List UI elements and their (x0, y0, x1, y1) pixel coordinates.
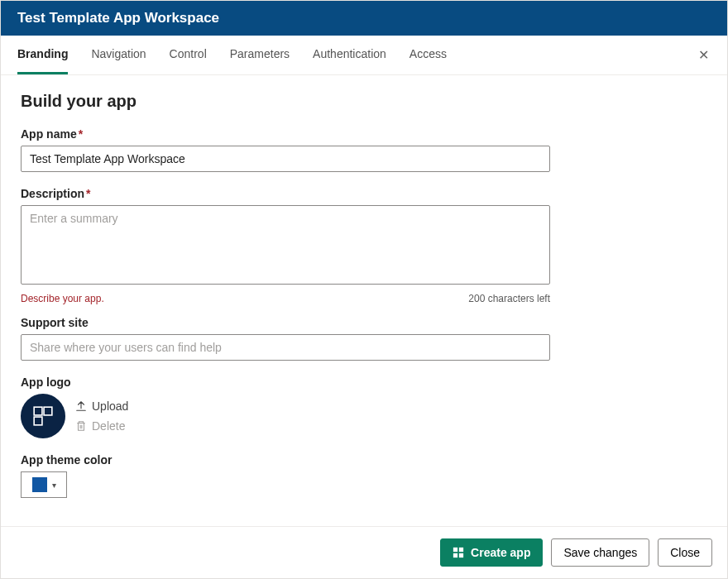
svg-rect-1 (44, 407, 52, 415)
upload-label: Upload (92, 400, 128, 413)
required-asterisk: * (86, 187, 90, 200)
tabs-row: Branding Navigation Control Parameters A… (1, 36, 727, 75)
dialog-footer: Create app Save changes Close (1, 526, 727, 578)
close-label: Close (670, 546, 700, 559)
svg-rect-6 (459, 553, 463, 557)
description-label: Description* (21, 187, 707, 200)
upload-logo-button[interactable]: Upload (75, 400, 128, 413)
theme-color-picker[interactable]: ▾ (21, 471, 67, 498)
app-logo-label: App logo (21, 376, 707, 389)
support-site-input[interactable] (21, 334, 550, 361)
create-app-label: Create app (471, 546, 530, 559)
theme-color-label: App theme color (21, 453, 707, 467)
create-app-button[interactable]: Create app (440, 538, 543, 567)
dialog-header: Test Template App Workspace (1, 1, 727, 36)
tab-navigation[interactable]: Navigation (91, 36, 146, 74)
save-changes-button[interactable]: Save changes (551, 538, 649, 567)
upload-icon (75, 400, 87, 412)
tab-branding[interactable]: Branding (17, 36, 68, 74)
support-site-label: Support site (21, 316, 707, 329)
description-error: Describe your app. (21, 293, 104, 304)
description-hints: Describe your app. 200 characters left (21, 293, 550, 304)
svg-rect-5 (453, 553, 457, 557)
app-name-label: App name* (21, 127, 707, 141)
tab-access[interactable]: Access (410, 36, 447, 74)
section-title: Build your app (21, 92, 707, 111)
content-area: Build your app App name* Description* De… (1, 75, 727, 526)
color-swatch (32, 477, 47, 492)
delete-logo-button: Delete (75, 419, 128, 433)
trash-icon (75, 420, 87, 432)
svg-rect-4 (459, 548, 463, 552)
tab-authentication[interactable]: Authentication (313, 36, 386, 74)
svg-rect-2 (34, 417, 42, 425)
required-asterisk: * (79, 127, 83, 141)
svg-rect-0 (34, 407, 42, 415)
chevron-down-icon: ▾ (52, 481, 56, 490)
close-button[interactable]: Close (658, 538, 712, 567)
close-icon[interactable]: ✕ (698, 47, 709, 63)
svg-rect-3 (453, 548, 457, 552)
save-changes-label: Save changes (563, 546, 637, 559)
description-input[interactable] (21, 205, 550, 285)
tab-control[interactable]: Control (170, 36, 207, 74)
tab-parameters[interactable]: Parameters (230, 36, 290, 74)
description-counter: 200 characters left (468, 293, 550, 304)
app-grid-icon (453, 547, 464, 558)
delete-label: Delete (92, 419, 125, 433)
app-logo-preview (21, 394, 65, 438)
dialog-title: Test Template App Workspace (17, 10, 219, 26)
app-logo-icon (32, 405, 54, 427)
app-name-input[interactable] (21, 146, 550, 172)
